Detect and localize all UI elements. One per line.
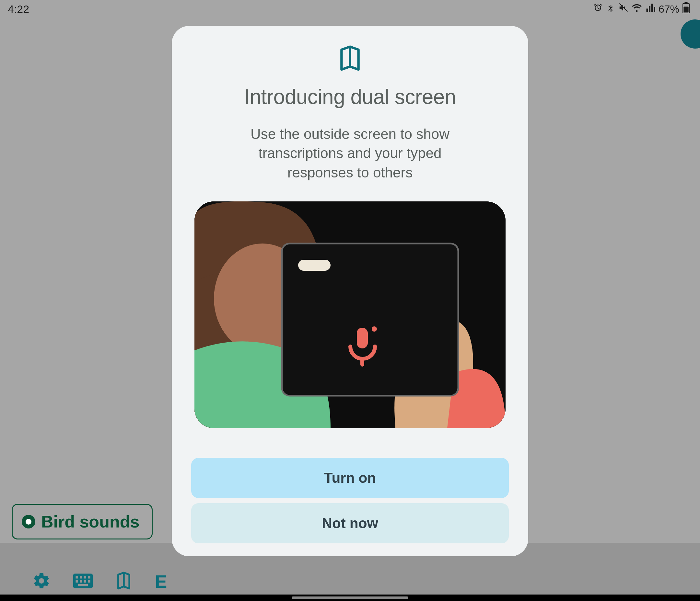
svg-rect-5 xyxy=(80,576,82,579)
illustration xyxy=(195,202,505,428)
svg-rect-9 xyxy=(80,580,82,582)
wifi-icon xyxy=(631,3,642,15)
sound-category-icon xyxy=(22,515,35,528)
letter-e: E xyxy=(155,571,167,592)
svg-point-19 xyxy=(372,326,377,332)
bottom-toolbar-icons: E xyxy=(32,571,167,592)
battery-percent: 67% xyxy=(658,3,679,15)
mute-icon xyxy=(618,3,628,15)
svg-rect-17 xyxy=(357,328,368,348)
svg-rect-8 xyxy=(76,580,78,582)
bird-sounds-chip[interactable]: Bird sounds xyxy=(12,504,153,540)
svg-rect-7 xyxy=(88,576,91,579)
svg-rect-1 xyxy=(684,2,688,4)
gesture-handle[interactable] xyxy=(292,597,408,599)
battery-icon xyxy=(682,2,690,16)
modal-title: Introducing dual screen xyxy=(244,85,456,109)
edge-panel-handle[interactable] xyxy=(680,20,700,49)
keyboard-icon[interactable] xyxy=(73,572,93,591)
svg-rect-18 xyxy=(360,357,364,367)
svg-rect-11 xyxy=(88,580,91,582)
svg-rect-2 xyxy=(683,7,688,12)
svg-rect-10 xyxy=(84,580,86,582)
dual-screen-intro-modal: Introducing dual screen Use the outside … xyxy=(172,26,528,556)
dual-screen-header-icon xyxy=(337,45,363,74)
modal-buttons: Turn on Not now xyxy=(191,458,509,543)
svg-rect-6 xyxy=(84,576,86,579)
not-now-button[interactable]: Not now xyxy=(191,503,509,543)
svg-rect-12 xyxy=(78,584,88,586)
svg-rect-16 xyxy=(298,260,330,271)
modal-body: Use the outside screen to show transcrip… xyxy=(224,124,476,182)
bluetooth-icon xyxy=(606,3,615,15)
status-right: 67% xyxy=(593,2,690,16)
chip-label: Bird sounds xyxy=(41,512,139,531)
status-bar: 4:22 67% xyxy=(0,0,700,18)
turn-on-button[interactable]: Turn on xyxy=(191,458,509,498)
svg-rect-4 xyxy=(76,576,78,579)
status-time: 4:22 xyxy=(8,3,29,16)
settings-icon[interactable] xyxy=(32,572,51,591)
navigation-bar xyxy=(0,595,700,601)
signal-icon xyxy=(646,3,655,15)
alarm-icon xyxy=(593,3,603,15)
dual-screen-icon[interactable] xyxy=(115,571,132,592)
